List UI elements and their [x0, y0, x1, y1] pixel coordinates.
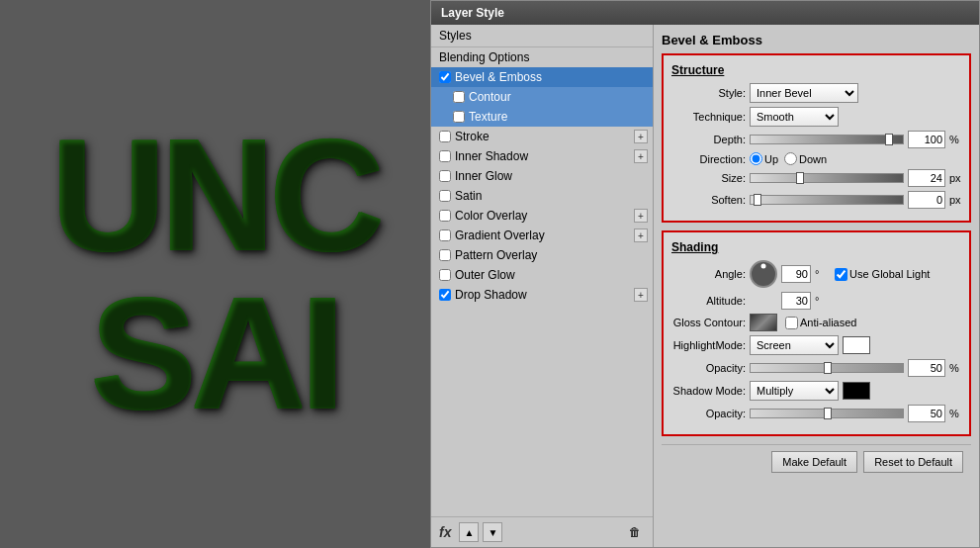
style-label: Style:: [671, 87, 746, 99]
move-down-btn[interactable]: ▼: [483, 522, 502, 542]
grass-text: UNC SAI: [51, 116, 380, 432]
angle-dial[interactable]: [750, 260, 777, 288]
technique-select[interactable]: Smooth Chisel Hard Chisel Soft: [750, 107, 839, 127]
highlight-opacity-row: Opacity: %: [671, 359, 961, 377]
soften-row: Soften: px: [671, 191, 961, 209]
soften-label: Soften:: [671, 194, 746, 206]
shadow-mode-row: Shadow Mode: Multiply Normal Screen: [671, 381, 961, 401]
satin-checkbox[interactable]: [439, 190, 451, 202]
dialog-body: Styles Blending Options Bevel & Emboss C…: [431, 25, 979, 547]
soften-unit: px: [949, 194, 961, 206]
highlight-color-swatch[interactable]: [843, 336, 870, 354]
technique-label: Technique:: [671, 111, 746, 123]
outer-glow-checkbox[interactable]: [439, 269, 451, 281]
soften-slider[interactable]: [750, 195, 904, 205]
gloss-contour-row: Gloss Contour: Anti-aliased: [671, 314, 961, 331]
highlight-opacity-slider[interactable]: [750, 363, 904, 373]
size-slider[interactable]: [750, 173, 904, 183]
layer-item-texture[interactable]: Texture: [431, 107, 653, 127]
stroke-add-btn[interactable]: +: [634, 130, 648, 143]
shadow-color-swatch[interactable]: [843, 382, 870, 400]
direction-up-radio[interactable]: [750, 152, 762, 165]
gradient-overlay-add-btn[interactable]: +: [634, 228, 648, 242]
use-global-light-text: Use Global Light: [849, 268, 930, 280]
layer-list: Blending Options Bevel & Emboss Contour …: [431, 47, 653, 516]
layer-item-drop-shadow[interactable]: Drop Shadow +: [431, 285, 653, 305]
make-default-btn[interactable]: Make Default: [771, 451, 857, 473]
pattern-overlay-checkbox[interactable]: [439, 249, 451, 261]
style-select[interactable]: Inner Bevel Outer Bevel Emboss Pillow Em…: [750, 83, 858, 103]
shadow-opacity-row: Opacity: %: [671, 405, 961, 422]
altitude-label: Altitude:: [671, 295, 746, 307]
pattern-overlay-label: Pattern Overlay: [455, 248, 537, 262]
use-global-light-checkbox[interactable]: [835, 268, 847, 281]
soften-input[interactable]: [908, 191, 945, 209]
size-input[interactable]: [908, 169, 945, 187]
canvas-text-line1: UNC: [51, 116, 380, 274]
gloss-contour-swatch[interactable]: [750, 314, 777, 331]
shadow-mode-select[interactable]: Multiply Normal Screen: [750, 381, 839, 401]
layer-item-pattern-overlay[interactable]: Pattern Overlay: [431, 245, 653, 265]
highlight-opacity-input[interactable]: [908, 359, 945, 377]
direction-up-text: Up: [764, 153, 778, 165]
highlight-mode-select[interactable]: Screen Normal Multiply: [750, 335, 839, 355]
angle-input[interactable]: [781, 265, 811, 283]
highlight-opacity-unit: %: [949, 362, 961, 374]
bevel-emboss-checkbox[interactable]: [439, 71, 451, 83]
use-global-light-label[interactable]: Use Global Light: [835, 268, 930, 281]
stroke-checkbox[interactable]: [439, 131, 451, 142]
delete-btn[interactable]: 🗑: [625, 522, 645, 542]
color-overlay-label: Color Overlay: [455, 209, 527, 223]
layer-item-outer-glow[interactable]: Outer Glow: [431, 265, 653, 285]
move-up-btn[interactable]: ▲: [459, 522, 479, 542]
depth-input[interactable]: [908, 131, 945, 148]
fx-label: fx: [439, 524, 451, 540]
layer-item-stroke[interactable]: Stroke +: [431, 127, 653, 146]
inner-shadow-checkbox[interactable]: [439, 150, 451, 162]
color-overlay-checkbox[interactable]: [439, 210, 451, 222]
anti-aliased-checkbox[interactable]: [785, 317, 798, 329]
reset-to-default-btn[interactable]: Reset to Default: [863, 451, 963, 473]
contour-checkbox[interactable]: [453, 91, 465, 103]
layer-item-inner-glow[interactable]: Inner Glow: [431, 166, 653, 186]
structure-section: Structure Style: Inner Bevel Outer Bevel…: [662, 53, 971, 223]
left-panel: Styles Blending Options Bevel & Emboss C…: [431, 25, 654, 547]
direction-down-radio[interactable]: [784, 152, 797, 165]
structure-title: Structure: [671, 63, 961, 77]
depth-row: Depth: %: [671, 131, 961, 148]
texture-label: Texture: [469, 110, 507, 124]
altitude-input[interactable]: [781, 292, 811, 310]
color-overlay-add-btn[interactable]: +: [634, 209, 648, 223]
gradient-overlay-label: Gradient Overlay: [455, 228, 545, 242]
layer-item-bevel-emboss[interactable]: Bevel & Emboss: [431, 67, 653, 87]
bevel-emboss-label: Bevel & Emboss: [455, 70, 542, 84]
direction-up-label[interactable]: Up: [750, 152, 778, 165]
blending-options-label: Blending Options: [439, 50, 529, 64]
layer-item-contour[interactable]: Contour: [431, 87, 653, 107]
shadow-opacity-input[interactable]: [908, 405, 945, 422]
layer-item-color-overlay[interactable]: Color Overlay +: [431, 206, 653, 226]
size-unit: px: [949, 172, 961, 184]
gradient-overlay-checkbox[interactable]: [439, 229, 451, 241]
depth-slider[interactable]: [750, 135, 904, 144]
drop-shadow-add-btn[interactable]: +: [634, 288, 648, 302]
highlight-mode-label: HighlightMode:: [671, 339, 746, 351]
layer-item-gradient-overlay[interactable]: Gradient Overlay +: [431, 226, 653, 245]
angle-label: Angle:: [671, 268, 746, 280]
shading-title: Shading: [671, 240, 961, 254]
inner-shadow-add-btn[interactable]: +: [634, 149, 648, 163]
drop-shadow-checkbox[interactable]: [439, 289, 451, 301]
style-row: Style: Inner Bevel Outer Bevel Emboss Pi…: [671, 83, 961, 103]
layer-item-blending-options[interactable]: Blending Options: [431, 47, 653, 67]
inner-glow-label: Inner Glow: [455, 169, 512, 183]
layer-item-inner-shadow[interactable]: Inner Shadow +: [431, 146, 653, 166]
shadow-opacity-slider[interactable]: [750, 409, 904, 418]
gloss-label: Gloss Contour:: [671, 317, 746, 328]
direction-label: Direction:: [671, 153, 746, 165]
direction-down-label[interactable]: Down: [784, 152, 827, 165]
anti-aliased-label[interactable]: Anti-aliased: [785, 317, 856, 329]
inner-glow-checkbox[interactable]: [439, 170, 451, 182]
layer-item-satin[interactable]: Satin: [431, 186, 653, 206]
shadow-opacity-unit: %: [949, 408, 961, 419]
texture-checkbox[interactable]: [453, 111, 465, 123]
